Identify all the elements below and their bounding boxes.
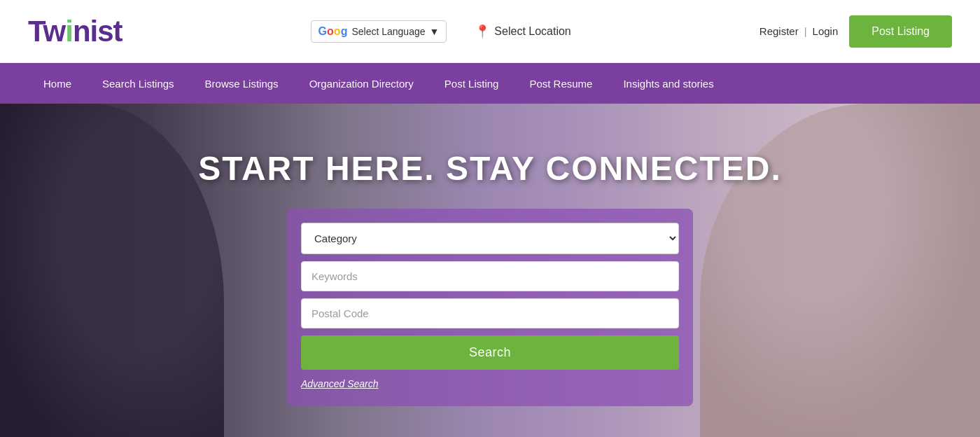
select-location-label: Select Location — [494, 25, 570, 38]
location-pin-icon: 📍 — [475, 24, 490, 39]
category-select[interactable]: Category Jobs Services Events Housing — [301, 223, 679, 254]
hero-section: START HERE. STAY CONNECTED. Category Job… — [0, 104, 980, 437]
advanced-search-link[interactable]: Advanced Search — [301, 378, 379, 389]
nav-item-browse-listings[interactable]: Browse Listings — [190, 63, 294, 104]
register-link[interactable]: Register — [760, 25, 799, 37]
location-selector[interactable]: 📍 Select Location — [475, 24, 570, 39]
auth-divider: | — [804, 25, 807, 37]
nav-item-post-listing[interactable]: Post Listing — [429, 63, 514, 104]
main-nav: Home Search Listings Browse Listings Org… — [0, 63, 980, 104]
language-selector[interactable]: Goog Select Language ▼ — [311, 20, 447, 43]
header-right: Register | Login Post Listing — [760, 15, 952, 48]
hero-title: START HERE. STAY CONNECTED. — [198, 149, 782, 188]
post-listing-header-button[interactable]: Post Listing — [849, 15, 952, 48]
nav-item-post-resume[interactable]: Post Resume — [514, 63, 608, 104]
dropdown-icon: ▼ — [430, 26, 440, 37]
nav-item-search-listings[interactable]: Search Listings — [87, 63, 190, 104]
keywords-input[interactable] — [301, 261, 679, 291]
search-box: Category Jobs Services Events Housing Se… — [287, 209, 693, 406]
postal-code-input[interactable] — [301, 298, 679, 328]
hero-content: START HERE. STAY CONNECTED. Category Job… — [0, 135, 980, 406]
search-button[interactable]: Search — [301, 335, 679, 370]
header-center: Goog Select Language ▼ 📍 Select Location — [311, 20, 571, 43]
login-link[interactable]: Login — [813, 25, 839, 37]
nav-item-org-directory[interactable]: Organization Directory — [294, 63, 429, 104]
nav-item-insights[interactable]: Insights and stories — [608, 63, 729, 104]
nav-item-home[interactable]: Home — [28, 63, 87, 104]
site-logo[interactable]: Twinist — [28, 15, 122, 48]
site-header: Twinist Goog Select Language ▼ 📍 Select … — [0, 0, 980, 63]
select-language-label: Select Language — [351, 26, 425, 37]
auth-links: Register | Login — [760, 25, 838, 37]
